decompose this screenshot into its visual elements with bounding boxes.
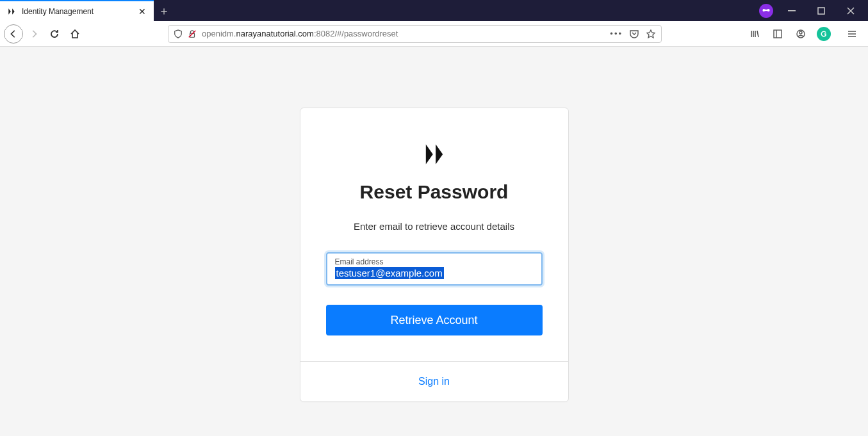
- sign-in-link[interactable]: Sign in: [418, 376, 450, 387]
- page-actions-icon[interactable]: •••: [610, 29, 623, 38]
- email-field[interactable]: Email address testuser1@example.com: [326, 252, 543, 286]
- page-title: Reset Password: [360, 181, 509, 203]
- address-bar[interactable]: openidm.narayanatutorial.com:8082/#/pass…: [168, 25, 662, 43]
- svg-rect-4: [774, 30, 782, 38]
- forward-button: [24, 24, 44, 44]
- maximize-button[interactable]: [810, 0, 832, 21]
- library-icon[interactable]: [745, 24, 764, 44]
- bookmark-icon[interactable]: [646, 29, 656, 39]
- forgerock-logo-icon: [420, 140, 448, 168]
- window-controls: [759, 0, 868, 21]
- email-value: testuser1@example.com: [335, 267, 444, 279]
- svg-point-7: [799, 31, 802, 34]
- nav-toolbar: openidm.narayanatutorial.com:8082/#/pass…: [0, 21, 868, 47]
- back-button[interactable]: [4, 24, 23, 44]
- shield-icon[interactable]: [174, 29, 183, 38]
- close-window-button[interactable]: [840, 0, 862, 21]
- new-tab-button[interactable]: ＋: [154, 0, 174, 21]
- card-footer: Sign in: [300, 361, 568, 401]
- browser-tab[interactable]: Identity Management ✕: [0, 0, 154, 21]
- grammarly-icon[interactable]: [814, 24, 833, 44]
- private-mode-icon: [759, 4, 773, 18]
- email-label: Email address: [335, 257, 534, 266]
- lock-slash-icon[interactable]: [188, 29, 197, 38]
- tab-strip: Identity Management ✕ ＋: [0, 0, 174, 21]
- reset-password-card: Reset Password Enter email to retrieve a…: [300, 108, 569, 402]
- svg-rect-0: [788, 10, 796, 12]
- account-icon[interactable]: [791, 24, 810, 44]
- url-text: openidm.narayanatutorial.com:8082/#/pass…: [202, 29, 605, 38]
- sidebar-icon[interactable]: [768, 24, 787, 44]
- pocket-icon[interactable]: [629, 29, 639, 39]
- retrieve-account-button[interactable]: Retrieve Account: [326, 305, 543, 335]
- browser-titlebar: Identity Management ✕ ＋: [0, 0, 868, 21]
- page-content: Reset Password Enter email to retrieve a…: [0, 47, 868, 436]
- reload-button[interactable]: [45, 24, 64, 44]
- tab-favicon-icon: [6, 6, 17, 17]
- menu-icon[interactable]: [842, 24, 862, 44]
- home-button[interactable]: [65, 24, 85, 44]
- svg-rect-1: [818, 8, 824, 14]
- tab-close-icon[interactable]: ✕: [137, 6, 147, 17]
- page-subtitle: Enter email to retrieve account details: [354, 221, 514, 232]
- minimize-button[interactable]: [781, 0, 803, 21]
- tab-title: Identity Management: [22, 7, 132, 16]
